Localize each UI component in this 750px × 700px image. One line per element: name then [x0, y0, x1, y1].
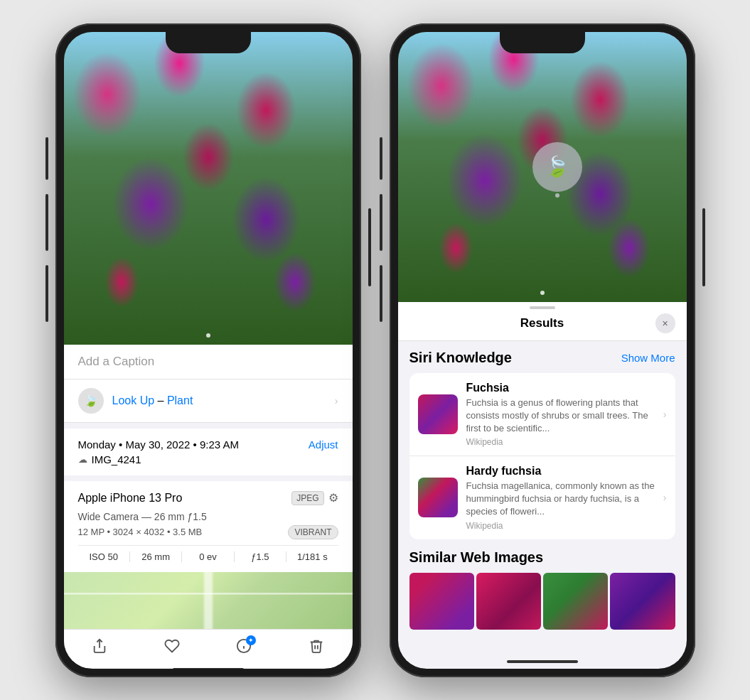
photo-date: Monday • May 30, 2022 • 9:23 AM [78, 438, 239, 451]
siri-leaf-icon: 🍃 [545, 155, 569, 178]
siri-visual-intelligence-orb[interactable]: 🍃 [532, 142, 582, 192]
phone2-volume-up-button[interactable] [380, 194, 382, 251]
knowledge-item-hardy-fuchsia[interactable]: Hardy fuchsia Fuchsia magellanica, commo… [409, 456, 675, 539]
results-panel: Results × Siri Knowledge Show More [398, 302, 687, 655]
results-title: Results [429, 316, 655, 330]
similar-image-3[interactable] [543, 573, 608, 630]
date-row: Monday • May 30, 2022 • 9:23 AM Adjust [78, 438, 338, 451]
settings-icon[interactable]: ⚙ [328, 491, 338, 505]
lookup-chevron-icon: › [335, 395, 338, 406]
home-indicator-1 [64, 668, 353, 669]
lookup-row[interactable]: 🍃 Look Up – Plant › [64, 379, 353, 423]
iso-value: ISO 50 [78, 551, 130, 562]
filename-row: ☁ IMG_4241 [78, 453, 338, 465]
jpeg-badge: JPEG [291, 491, 323, 505]
hardy-fuchsia-text: Hardy fuchsia Fuchsia magellanica, commo… [466, 465, 659, 531]
phone2-power-button[interactable] [702, 208, 705, 286]
delete-button[interactable] [309, 638, 324, 654]
fuchsia-text: Fuchsia Fuchsia is a genus of flowering … [466, 382, 659, 448]
power-button[interactable] [368, 208, 371, 286]
mp-row: 12 MP • 3024 × 4032 • 3.5 MB VIBRANT [78, 525, 338, 539]
close-button[interactable]: × [655, 313, 675, 333]
device-section: Apple iPhone 13 Pro JPEG ⚙ Wide Camera —… [64, 481, 353, 572]
hardy-fuchsia-source: Wikipedia [466, 521, 659, 531]
similar-images-title: Similar Web Images [409, 549, 675, 566]
lookup-label: Look Up – Plant [112, 394, 193, 407]
share-button[interactable] [92, 638, 107, 654]
camera-spec: Wide Camera — 26 mm ƒ1.5 [78, 511, 338, 522]
vibrant-badge: VIBRANT [288, 525, 338, 539]
results-content: Siri Knowledge Show More Fuchsia Fuchsia… [398, 341, 687, 655]
hardy-fuchsia-title: Hardy fuchsia [466, 465, 659, 478]
close-icon: × [662, 318, 668, 329]
ev-value: 0 ev [182, 551, 234, 562]
show-more-button[interactable]: Show More [621, 352, 675, 364]
similar-images-grid[interactable] [409, 573, 675, 630]
photo-page-indicator-2 [540, 291, 545, 295]
favorite-button[interactable] [164, 638, 180, 654]
fuchsia-chevron-icon: › [663, 409, 667, 420]
phone2-volume-down-button[interactable] [380, 265, 382, 322]
phone-1: Add a Caption 🍃 Look Up – Plant › Monday… [55, 23, 361, 677]
similar-image-1[interactable] [409, 573, 474, 630]
phone-2: 🍃 Results × Siri Kno [390, 23, 695, 677]
shutter-speed: 1/181 s [286, 551, 338, 562]
fuchsia-thumb-image [418, 394, 458, 434]
knowledge-card: Fuchsia Fuchsia is a genus of flowering … [409, 373, 675, 539]
info-badge: ✦ [246, 635, 256, 645]
photo-display[interactable] [64, 32, 353, 345]
siri-knowledge-title: Siri Knowledge [409, 350, 512, 366]
fuchsia-thumbnail [418, 394, 458, 434]
phones-container: Add a Caption 🍃 Look Up – Plant › Monday… [55, 23, 695, 677]
hardy-thumb-image [418, 478, 458, 517]
siri-knowledge-header: Siri Knowledge Show More [409, 350, 675, 366]
photo-display-2[interactable]: 🍃 [398, 32, 687, 302]
similar-image-2[interactable] [476, 573, 541, 630]
device-badges: JPEG ⚙ [291, 491, 338, 505]
mute-button[interactable] [45, 137, 48, 180]
photo-toolbar: ✦ [64, 629, 353, 668]
filename: IMG_4241 [92, 453, 141, 465]
focal-length: 26 mm [130, 551, 182, 562]
drag-handle[interactable] [530, 306, 555, 309]
home-indicator-2 [398, 655, 687, 669]
phone2-notch [500, 32, 585, 53]
fuchsia-source: Wikipedia [466, 437, 659, 447]
caption-row[interactable]: Add a Caption [64, 345, 353, 379]
home-bar-2 [507, 660, 578, 663]
lookup-icon: 🍃 [78, 388, 104, 414]
siri-dot [555, 193, 559, 198]
hardy-fuchsia-desc: Fuchsia magellanica, commonly known as t… [466, 480, 659, 519]
volume-down-button[interactable] [45, 265, 48, 322]
photo-page-indicator [206, 333, 210, 338]
notch [166, 32, 251, 53]
hardy-fuchsia-thumbnail [418, 478, 458, 517]
fuchsia-desc: Fuchsia is a genus of flowering plants t… [466, 397, 659, 436]
phone-1-screen: Add a Caption 🍃 Look Up – Plant › Monday… [64, 32, 353, 669]
exif-row: ISO 50 26 mm 0 ev ƒ1.5 1/181 s [78, 545, 338, 562]
mp-info: 12 MP • 3024 × 4032 • 3.5 MB [78, 527, 203, 537]
device-name: Apple iPhone 13 Pro [78, 492, 183, 505]
fuchsia-title: Fuchsia [466, 382, 659, 394]
similar-image-4[interactable] [610, 573, 675, 630]
caption-placeholder[interactable]: Add a Caption [78, 355, 155, 368]
results-header: Results × [398, 302, 687, 341]
map-roads [64, 572, 353, 629]
flower-image [64, 32, 353, 345]
knowledge-item-fuchsia[interactable]: Fuchsia Fuchsia is a genus of flowering … [409, 373, 675, 457]
cloud-icon: ☁ [78, 454, 87, 465]
meta-section: Monday • May 30, 2022 • 9:23 AM Adjust ☁… [64, 429, 353, 475]
phone-2-screen: 🍃 Results × Siri Kno [398, 32, 687, 669]
aperture-value: ƒ1.5 [235, 551, 286, 562]
volume-up-button[interactable] [45, 194, 48, 251]
map-preview[interactable] [64, 572, 353, 629]
adjust-button[interactable]: Adjust [309, 438, 338, 451]
device-row: Apple iPhone 13 Pro JPEG ⚙ [78, 491, 338, 505]
info-button[interactable]: ✦ [236, 638, 252, 654]
home-bar-1 [173, 668, 244, 669]
hardy-fuchsia-chevron-icon: › [663, 492, 667, 503]
similar-web-images-section: Similar Web Images [409, 549, 675, 630]
phone2-mute-button[interactable] [380, 137, 382, 180]
photo-info-panel: Add a Caption 🍃 Look Up – Plant › Monday… [64, 345, 353, 668]
